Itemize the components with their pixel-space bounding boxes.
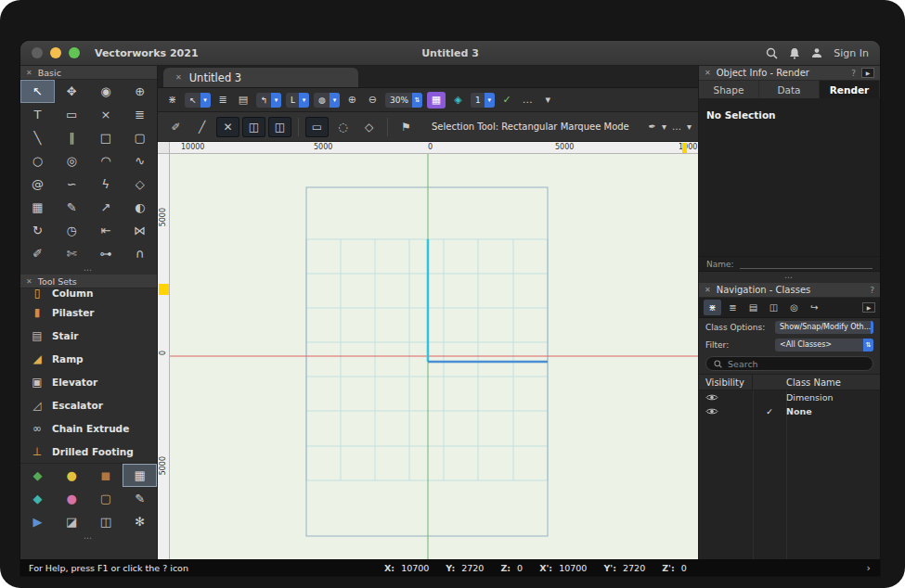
nav-references-icon[interactable]: ↪	[806, 300, 823, 315]
toolset-item-elevator[interactable]: ▣ Elevator	[20, 370, 157, 393]
nav-design-layers-icon[interactable]: ≣	[724, 300, 742, 315]
rectangular-marquee-icon[interactable]: ▭	[305, 117, 329, 137]
polygon-tool-icon[interactable]: ◇	[123, 173, 157, 196]
close-basic-palette-icon[interactable]: ✕	[26, 69, 32, 77]
basic-palette-header[interactable]: ✕ Basic	[20, 66, 157, 80]
wall-tool-icon[interactable]: ◆	[20, 464, 55, 487]
zoom-in-icon[interactable]: ⊕	[344, 92, 360, 109]
tab-shape[interactable]: Shape	[699, 81, 759, 98]
spiral-tool-icon[interactable]: @	[20, 173, 55, 196]
rotate-tool-icon[interactable]: ↻	[20, 219, 55, 242]
flow-mode-b-icon[interactable]: ◫	[268, 117, 291, 137]
offset-tool-icon[interactable]: ↗	[89, 196, 123, 219]
curtain-wall-tool-icon[interactable]: ◆	[20, 487, 55, 510]
class-options-select[interactable]: Show/Snap/Modify Oth...⇅	[775, 321, 873, 334]
chevron-right-icon[interactable]: ›	[867, 562, 871, 574]
flow-mode-a-icon[interactable]: ◫	[242, 117, 265, 137]
visibility-eye-icon[interactable]	[699, 393, 753, 402]
help-icon[interactable]: ?	[870, 286, 874, 295]
search-icon[interactable]	[766, 47, 778, 59]
flag-mode-icon[interactable]: ⚑	[394, 117, 418, 137]
class-search-input[interactable]: Search	[705, 356, 873, 371]
more-options-icon[interactable]: …	[672, 121, 681, 132]
toolset-item-escalator[interactable]: ◿ Escalator	[20, 393, 157, 416]
flyover-tool-icon[interactable]: ◉	[89, 80, 123, 103]
snap-constraints-icon[interactable]: ⋇	[164, 92, 180, 109]
class-row-none[interactable]: ✓ None	[699, 404, 880, 418]
toolset-item-stair[interactable]: ▤ Stair	[20, 324, 157, 347]
selection-tool-icon[interactable]: ↖	[20, 80, 55, 103]
panel-menu-icon[interactable]: ▶	[861, 68, 874, 78]
toolset-item-pilaster[interactable]: ▮ Pilaster	[20, 300, 157, 324]
round-wall-tool-icon[interactable]: ●	[55, 464, 89, 487]
notifications-bell-icon[interactable]	[789, 47, 800, 59]
class-row-dimension[interactable]: Dimension	[699, 390, 880, 404]
oval-tool-icon[interactable]: ◎	[55, 149, 89, 173]
active-layer-dropdown[interactable]: ↖▾	[185, 93, 211, 108]
roof-tool-icon[interactable]: ▦	[123, 464, 157, 487]
drawing-canvas[interactable]	[170, 154, 698, 559]
tool-sets-resize-handle[interactable]: ⋯	[20, 533, 157, 543]
gear-tool-icon[interactable]: ✻	[123, 510, 157, 533]
close-window-button[interactable]	[32, 47, 43, 58]
circle-tool-icon[interactable]: ○	[20, 149, 55, 173]
pen-option-icon[interactable]: ✒	[649, 121, 656, 132]
zoom-level-select[interactable]: 30%⇅	[385, 93, 422, 108]
render-mode-dropdown[interactable]: ◍▾	[314, 93, 340, 108]
interactive-scaling-icon[interactable]: ✐	[164, 117, 187, 137]
zoom-out-icon[interactable]: ⊖	[365, 92, 381, 109]
toolset-item-chain-extrude[interactable]: ∞ Chain Extrude	[20, 416, 157, 440]
toolset-item-drilled-footing[interactable]: ⊥ Drilled Footing	[20, 440, 157, 463]
nav-classes-icon[interactable]: ⋇	[704, 300, 721, 315]
filter-select[interactable]: <All Classes>⇅	[775, 339, 873, 352]
single-object-mode-icon[interactable]: ╱	[190, 117, 213, 137]
tool-sets-palette-header[interactable]: ✕ Tool Sets	[20, 275, 157, 288]
nav-viewports-icon[interactable]: ◫	[765, 300, 782, 315]
object-info-header[interactable]: ✕ Object Info - Render ? ▶	[699, 66, 880, 81]
nav-saved-views-icon[interactable]: ◎	[785, 300, 803, 315]
line-tool-icon[interactable]: ╲	[20, 126, 55, 149]
toolset-item-column[interactable]: ▯ Column	[20, 288, 157, 300]
double-line-tool-icon[interactable]: ∥	[55, 126, 89, 149]
grid-snap-icon[interactable]: ▦	[427, 92, 446, 109]
panel-menu-icon[interactable]: ▶	[862, 302, 875, 313]
text-tool-icon[interactable]: T	[20, 103, 55, 126]
view-number-dropdown[interactable]: 1▾	[471, 93, 495, 108]
close-object-info-icon[interactable]: ✕	[705, 69, 711, 77]
move-tool-icon[interactable]: ▦	[20, 196, 55, 219]
nav-sheet-layers-icon[interactable]: ▤	[744, 300, 762, 315]
basic-palette-resize-handle[interactable]: ⋯	[20, 265, 157, 275]
freehand-tool-icon[interactable]: ∿	[123, 149, 157, 173]
column-header-visibility[interactable]: Visibility	[699, 375, 753, 390]
ramp-solid-tool-icon[interactable]: ◪	[55, 510, 89, 533]
split-tool-icon[interactable]: ⋈	[123, 219, 157, 242]
update-check-icon[interactable]: ✓	[499, 92, 515, 109]
visibility-eye-icon[interactable]	[699, 407, 753, 415]
document-tab[interactable]: ✕ Untitled 3	[163, 68, 358, 87]
chevron-down-icon[interactable]: ▾	[662, 121, 666, 132]
design-layers-icon[interactable]: ≣	[215, 92, 231, 109]
eyedropper-tool-icon[interactable]: ✐	[20, 242, 55, 265]
rotate-timer-tool-icon[interactable]: ◷	[55, 219, 89, 242]
zoom-window-button[interactable]	[69, 47, 80, 58]
layer-options-dropdown[interactable]: L▾	[286, 93, 309, 108]
polygon-marquee-icon[interactable]: ◇	[357, 117, 381, 137]
unrestricted-mode-icon[interactable]: ✕	[216, 117, 239, 137]
panel-divider-handle[interactable]: ⋯	[699, 272, 880, 283]
sign-in-button[interactable]: Sign In	[834, 47, 869, 59]
fillet-tool-icon[interactable]: ∩	[123, 242, 157, 265]
working-plane-icon[interactable]: ◈	[450, 92, 466, 109]
pointer-mode-dropdown[interactable]: ↰▾	[256, 93, 282, 108]
arrow-tool-icon[interactable]: ▶	[20, 510, 55, 533]
visibility-tool-icon[interactable]: ◐	[123, 196, 157, 219]
toolset-item-ramp[interactable]: ◢ Ramp	[20, 347, 157, 370]
chevron-down-icon[interactable]: ▾	[687, 121, 692, 132]
rounded-rectangle-tool-icon[interactable]: ▢	[123, 126, 157, 149]
pencil-tool-icon[interactable]: ✎	[123, 487, 157, 510]
curve-tool-icon[interactable]: ∽	[55, 173, 89, 196]
minimize-window-button[interactable]	[50, 47, 61, 58]
zoom-tool-icon[interactable]: ⊕	[123, 80, 157, 103]
pen-tool-icon[interactable]: ✎	[55, 196, 89, 219]
close-navigation-icon[interactable]: ✕	[705, 286, 711, 294]
rectangle-tool-icon[interactable]: □	[89, 126, 123, 149]
